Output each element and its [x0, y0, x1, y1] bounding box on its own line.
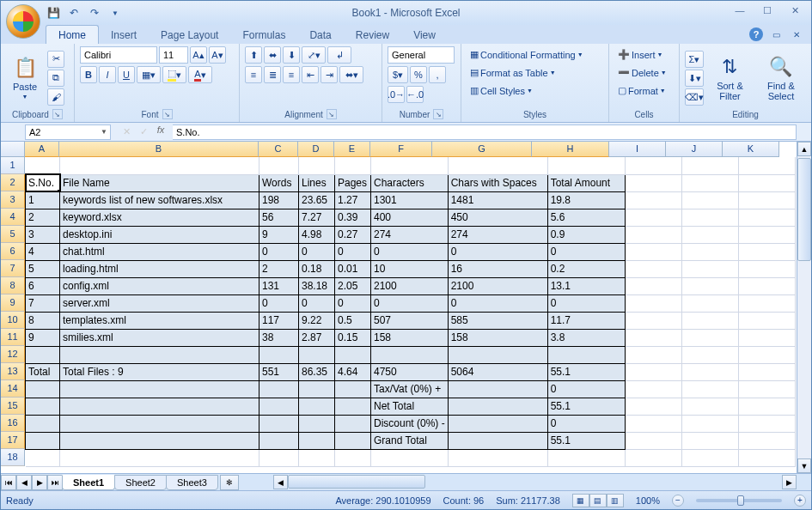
cell-G7[interactable]: 16: [448, 260, 547, 277]
row-header-12[interactable]: 12: [1, 346, 25, 363]
cell-K17[interactable]: [738, 432, 795, 449]
cell-K5[interactable]: [738, 226, 795, 243]
cell-H15[interactable]: 55.1: [547, 398, 625, 415]
cell-C16[interactable]: [259, 415, 299, 432]
scroll-up-icon[interactable]: ▲: [797, 142, 811, 156]
cell-B8[interactable]: config.xml: [60, 277, 259, 294]
cell-D7[interactable]: 0.18: [299, 260, 335, 277]
align-middle-icon[interactable]: ⬌: [264, 46, 281, 64]
cell-J18[interactable]: [681, 449, 738, 466]
accounting-format-icon[interactable]: $▾: [388, 66, 408, 83]
format-painter-icon[interactable]: 🖌: [47, 88, 64, 106]
decrease-indent-icon[interactable]: ⇤: [302, 66, 319, 83]
cell-E2[interactable]: Pages: [335, 174, 371, 191]
row-header-7[interactable]: 7: [1, 260, 25, 277]
page-layout-view-icon[interactable]: ▤: [589, 494, 607, 507]
cell-J7[interactable]: [681, 260, 738, 277]
cell-I18[interactable]: [625, 449, 681, 466]
cell-K10[interactable]: [738, 312, 795, 329]
save-icon[interactable]: 💾: [46, 5, 61, 21]
cell-K9[interactable]: [738, 294, 795, 312]
zoom-percent[interactable]: 100%: [636, 495, 660, 506]
italic-button[interactable]: I: [99, 66, 116, 83]
cell-B1[interactable]: [60, 157, 259, 174]
zoom-slider[interactable]: [696, 499, 782, 502]
column-header-G[interactable]: G: [432, 142, 532, 157]
insert-sheet-icon[interactable]: ✻: [220, 475, 239, 490]
clear-icon[interactable]: ⌫▾: [685, 88, 704, 106]
cell-C6[interactable]: 0: [259, 243, 299, 260]
align-bottom-icon[interactable]: ⬇: [283, 46, 300, 64]
cell-D15[interactable]: [299, 398, 335, 415]
scroll-right-icon[interactable]: ▶: [782, 475, 797, 489]
cell-B12[interactable]: [60, 346, 259, 363]
cell-B9[interactable]: server.xml: [60, 294, 259, 312]
sort-filter-button[interactable]: ⇅ Sort & Filter: [707, 53, 753, 103]
doc-close-icon[interactable]: ✕: [789, 27, 804, 42]
cell-E3[interactable]: 1.27: [335, 191, 371, 209]
page-break-view-icon[interactable]: ▥: [607, 494, 624, 507]
cell-G13[interactable]: 5064: [448, 363, 547, 380]
cell-G16[interactable]: [448, 415, 547, 432]
minimize-ribbon-icon[interactable]: ▭: [768, 27, 784, 42]
cell-H2[interactable]: Total Amount: [547, 174, 625, 191]
maximize-button[interactable]: ☐: [754, 3, 780, 18]
cell-E15[interactable]: [335, 398, 371, 415]
shrink-font-icon[interactable]: A▾: [209, 46, 226, 64]
cell-H18[interactable]: [547, 449, 625, 466]
cell-G4[interactable]: 450: [448, 209, 547, 226]
cell-E16[interactable]: [335, 415, 371, 432]
grow-font-icon[interactable]: A▴: [190, 46, 207, 64]
cell-J16[interactable]: [681, 415, 738, 432]
cell-F12[interactable]: [371, 346, 449, 363]
cell-I7[interactable]: [625, 260, 681, 277]
cell-G8[interactable]: 2100: [448, 277, 547, 294]
normal-view-icon[interactable]: ▦: [572, 494, 589, 507]
cell-A10[interactable]: 8: [26, 312, 60, 329]
cell-D18[interactable]: [299, 449, 335, 466]
cell-H14[interactable]: 0: [547, 380, 625, 398]
cell-I5[interactable]: [625, 226, 681, 243]
cell-G12[interactable]: [448, 346, 547, 363]
cell-H6[interactable]: 0: [547, 243, 625, 260]
column-header-H[interactable]: H: [532, 142, 609, 157]
cell-G9[interactable]: 0: [448, 294, 547, 312]
cell-D3[interactable]: 23.65: [299, 191, 335, 209]
cell-E18[interactable]: [335, 449, 371, 466]
cell-E1[interactable]: [335, 157, 371, 174]
cell-E8[interactable]: 2.05: [335, 277, 371, 294]
cell-J10[interactable]: [681, 312, 738, 329]
horizontal-scrollbar[interactable]: ◀ ▶: [273, 475, 797, 489]
cell-E10[interactable]: 0.5: [335, 312, 371, 329]
column-header-I[interactable]: I: [609, 142, 666, 157]
cell-A7[interactable]: 5: [26, 260, 60, 277]
cell-B7[interactable]: loading.html: [60, 260, 259, 277]
cell-G18[interactable]: [448, 449, 547, 466]
cell-H8[interactable]: 13.1: [547, 277, 625, 294]
column-header-K[interactable]: K: [723, 142, 779, 157]
cell-F8[interactable]: 2100: [371, 277, 449, 294]
cell-B3[interactable]: keywords list of new softwares.xlsx: [60, 191, 259, 209]
cell-D9[interactable]: 0: [299, 294, 335, 312]
cell-C9[interactable]: 0: [259, 294, 299, 312]
cell-J6[interactable]: [681, 243, 738, 260]
cell-C1[interactable]: [259, 157, 299, 174]
formula-input[interactable]: S.No.: [173, 124, 797, 140]
cell-A11[interactable]: 9: [26, 329, 60, 346]
cell-G2[interactable]: Chars with Spaces: [448, 174, 547, 191]
cell-K18[interactable]: [738, 449, 795, 466]
ribbon-tab-data[interactable]: Data: [297, 26, 343, 44]
cell-D8[interactable]: 38.18: [299, 277, 335, 294]
cell-H9[interactable]: 0: [547, 294, 625, 312]
orientation-icon[interactable]: ⤢▾: [302, 46, 326, 64]
column-header-F[interactable]: F: [370, 142, 432, 157]
last-sheet-icon[interactable]: ⏭: [47, 475, 63, 490]
cell-F10[interactable]: 507: [371, 312, 449, 329]
zoom-out-icon[interactable]: −: [672, 495, 684, 507]
cell-J12[interactable]: [681, 346, 738, 363]
sheet-tab-sheet2[interactable]: Sheet2: [114, 475, 167, 490]
cell-F2[interactable]: Characters: [371, 174, 449, 191]
column-header-J[interactable]: J: [666, 142, 723, 157]
cell-E9[interactable]: 0: [335, 294, 371, 312]
cell-K14[interactable]: [738, 380, 795, 398]
